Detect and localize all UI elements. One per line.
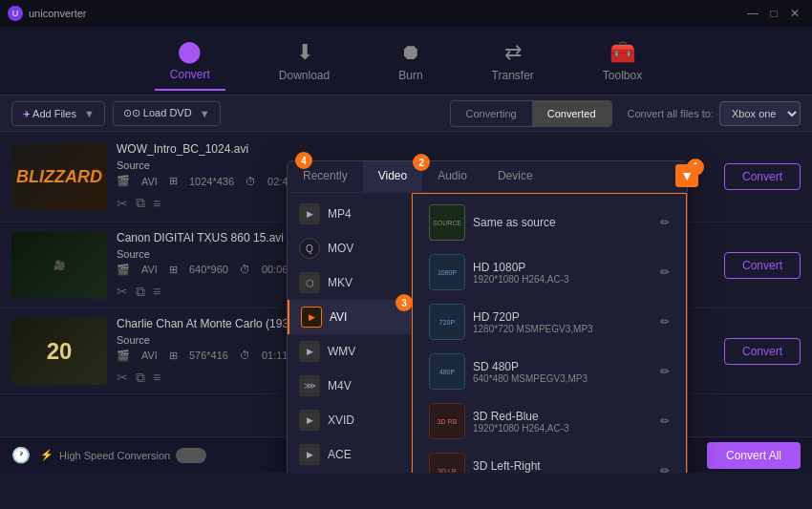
nav-transfer-label: Transfer: [492, 69, 534, 82]
xvid-icon: ▶: [299, 410, 320, 431]
quality-720p[interactable]: 720P HD 720P 1280*720 MSMPEGV3,MP3 ✏: [420, 297, 678, 347]
format-mkv[interactable]: ⬡ MKV: [288, 265, 411, 300]
source-dur-2: 00:06: [262, 264, 288, 275]
convert-all-group: Convert all files to: Xbox one: [628, 101, 801, 126]
format-mov[interactable]: Q MOV: [288, 231, 411, 265]
quality-480p[interactable]: 480P SD 480P 640*480 MSMPEGV3,MP3 ✏: [420, 347, 678, 396]
add-files-label: + Add Files: [24, 108, 76, 119]
quality-3d-red[interactable]: 3D RB 3D Red-Blue 1920*1080 H264,AC-3 ✏: [420, 396, 678, 446]
copy-icon-2[interactable]: ⧉: [136, 284, 145, 300]
480p-icon-text: 480P: [439, 369, 455, 375]
format-avi[interactable]: ▶ AVI 3: [288, 300, 411, 334]
format-mp4[interactable]: ▶ MP4: [288, 197, 411, 231]
quality-same[interactable]: SOURCE Same as source ✏: [420, 198, 678, 247]
mp4-label: MP4: [328, 207, 352, 221]
cut-icon[interactable]: ✂: [117, 196, 128, 211]
3d-red-icon: 3D RB: [429, 403, 465, 439]
audio-tab-label: Audio: [438, 169, 467, 182]
dropdown-tab-device[interactable]: Device: [482, 161, 548, 192]
nav-toolbox[interactable]: 🧰 Toolbox: [588, 32, 657, 90]
maximize-button[interactable]: □: [764, 4, 783, 23]
cut-icon-3[interactable]: ✂: [117, 370, 128, 385]
source-label-2: Source: [117, 248, 308, 260]
nav-convert[interactable]: ⬤ Convert: [155, 32, 225, 91]
dur-icon: ⏱: [246, 176, 256, 187]
cut-icon-2[interactable]: ✂: [117, 284, 128, 299]
quality-name-480p: SD 480P: [473, 360, 652, 373]
1080p-icon-text: 1080P: [438, 269, 457, 276]
copy-icon[interactable]: ⧉: [136, 195, 145, 211]
ace-label: ACE: [328, 448, 352, 461]
file-thumbnail-2: 🎥: [11, 232, 107, 299]
source-format-3: AVI: [141, 350, 158, 361]
720p-icon: 720P: [429, 304, 465, 340]
convert-button-3[interactable]: Convert: [724, 338, 801, 365]
edit-icon-3d-left[interactable]: ✏: [660, 464, 670, 473]
nav-burn[interactable]: ⏺ Burn: [383, 32, 438, 90]
convert-button-1[interactable]: Convert: [724, 163, 801, 190]
add-files-button[interactable]: + + Add Files ▼: [11, 101, 105, 126]
720p-icon-text: 720P: [439, 319, 455, 326]
menu-icon-3[interactable]: ≡: [153, 370, 160, 385]
format-list: ▶ MP4 Q MOV ⬡ MKV ▶ AVI 3 ▶: [288, 193, 412, 473]
close-button[interactable]: ✕: [785, 4, 804, 23]
format-m4v[interactable]: ⋙ M4V: [288, 369, 411, 403]
edit-icon-720p[interactable]: ✏: [660, 315, 670, 329]
convert-all-select[interactable]: Xbox one: [719, 101, 801, 126]
quality-name-3d-red: 3D Red-Blue: [473, 410, 652, 423]
file-thumbnail-3: 20: [11, 318, 107, 385]
format-icon: 🎬: [117, 175, 130, 187]
wmv-icon: ▶: [299, 341, 320, 362]
quality-name-720p: HD 720P: [473, 310, 652, 324]
edit-icon-1080p[interactable]: ✏: [660, 265, 670, 279]
dropdown-tab-video[interactable]: Video 2: [363, 161, 422, 192]
app-logo: U: [8, 6, 23, 21]
burn-nav-icon: ⏺: [400, 40, 421, 65]
res-icon: ⊞: [169, 175, 178, 187]
load-dvd-button[interactable]: ⊙ ⊙ Load DVD ▼: [113, 101, 221, 126]
tab-converted[interactable]: Converted: [532, 101, 611, 126]
1080p-icon: 1080P: [429, 254, 465, 290]
tab-converting[interactable]: Converting: [451, 101, 532, 126]
format-dropdown: Recently Video 2 Audio Device ▶ MP4: [287, 160, 688, 473]
dropdown-tab-audio[interactable]: Audio: [422, 161, 482, 192]
edit-icon-480p[interactable]: ✏: [660, 365, 670, 378]
speed-text: High Speed Conversion: [59, 450, 170, 461]
quality-3d-left[interactable]: 3D LR 3D Left-Right 1920*1080 H264,AC-3 …: [420, 446, 678, 473]
edit-icon-same[interactable]: ✏: [660, 216, 670, 229]
edit-icon-3d-red[interactable]: ✏: [660, 414, 670, 428]
dropdown-tab-row: Recently Video 2 Audio Device: [288, 161, 687, 193]
format-icon-3: 🎬: [117, 350, 130, 362]
wmv-label: WMV: [328, 345, 355, 358]
mkv-label: MKV: [328, 276, 353, 289]
menu-icon[interactable]: ≡: [153, 196, 160, 211]
xvid-label: XVID: [328, 414, 354, 427]
ace-icon: ▶: [299, 444, 320, 465]
load-dvd-dropdown-icon: ▼: [200, 108, 210, 119]
3d-left-icon: 3D LR: [429, 453, 465, 473]
thumb-label: BLIZZARD: [12, 163, 106, 191]
download-nav-icon: ⬇: [296, 40, 313, 65]
convert-button-2[interactable]: Convert: [724, 252, 801, 279]
quality-1080p[interactable]: 1080P HD 1080P 1920*1080 H264,AC-3 ✏: [420, 247, 678, 297]
minimize-button[interactable]: —: [743, 4, 762, 23]
nav-transfer[interactable]: ⇄ Transfer: [477, 32, 549, 90]
tab-group: Converting Converted: [450, 100, 612, 127]
menu-icon-2[interactable]: ≡: [153, 284, 160, 299]
speed-label: ⚡ High Speed Conversion: [40, 448, 206, 463]
nav-download[interactable]: ⬇ Download: [264, 32, 345, 90]
nav-bar: ⬤ Convert ⬇ Download ⏺ Burn ⇄ Transfer 🧰…: [0, 27, 812, 95]
add-files-dropdown-icon: ▼: [84, 108, 95, 119]
target-dropdown-button[interactable]: ▼: [675, 164, 698, 187]
format-wmv[interactable]: ▶ WMV: [288, 334, 411, 369]
copy-icon-3[interactable]: ⧉: [136, 370, 145, 386]
3d-red-icon-text: 3D RB: [438, 418, 458, 425]
clock-icon: 🕐: [11, 446, 31, 464]
format-xvid[interactable]: ▶ XVID: [288, 403, 411, 437]
source-block-2: Source 🎬 AVI ⊞ 640*960 ⏱ 00:06: [117, 248, 308, 280]
convert-all-button[interactable]: Convert All: [707, 442, 801, 469]
format-ace[interactable]: ▶ ACE: [288, 437, 411, 472]
quality-name-1080p: HD 1080P: [473, 261, 652, 274]
speed-toggle[interactable]: [176, 448, 206, 463]
same-icon-text: SOURCE: [433, 220, 461, 226]
